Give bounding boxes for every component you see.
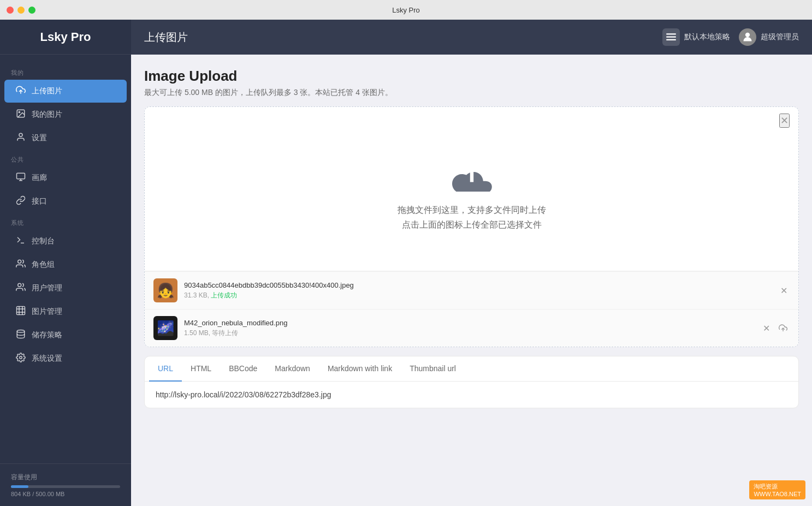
strategy-selector[interactable]: 默认本地策略	[662, 28, 730, 46]
svg-point-3	[19, 133, 22, 136]
section-label-my: 我的	[0, 63, 131, 79]
svg-point-16	[20, 356, 22, 359]
sidebar-item-settings[interactable]: 设置	[4, 127, 127, 150]
upload-card: ✕ 拖拽文件到这里，支持多文件同时上传 点击上面的图标上传全部已选择文件	[144, 106, 799, 347]
sidebar-item-console[interactable]: 控制台	[4, 230, 127, 253]
app-layout: Lsky Pro 我的 上传图片 我的图片 设置	[0, 20, 812, 506]
tab-url[interactable]: URL	[149, 356, 182, 382]
main-area: 上传图片 默认本地策略 超级管理员 Image Uplo	[131, 20, 812, 506]
section-label-system: 系统	[0, 213, 131, 229]
file-item-1-actions: ✕	[778, 283, 790, 298]
storage-section-label: 容量使用	[11, 473, 120, 482]
sidebar-item-storage-label: 储存策略	[32, 330, 62, 340]
file-size-1: 31.3 KB,	[184, 291, 211, 299]
svg-rect-4	[17, 173, 25, 179]
sidebar: Lsky Pro 我的 上传图片 我的图片 设置	[0, 20, 131, 506]
svg-point-9	[18, 283, 21, 287]
console-icon	[15, 235, 26, 247]
sidebar-footer: 容量使用 804 KB / 500.00 MB	[0, 463, 131, 506]
file-item: 👧 9034ab5cc0844ebdbb39dc0055bb3430!400x4…	[145, 271, 798, 309]
upload-close-button[interactable]: ✕	[779, 114, 790, 128]
cloud-upload-icon	[450, 157, 494, 192]
storage-text: 804 KB / 500.00 MB	[11, 491, 120, 497]
sidebar-item-api[interactable]: 接口	[4, 190, 127, 213]
system-settings-icon	[15, 353, 26, 365]
file-status-1: 上传成功	[211, 291, 237, 299]
file-name-1: 9034ab5cc0844ebdbb39dc0055bb3430!400x400…	[184, 281, 772, 289]
tab-bbcode[interactable]: BBCode	[220, 356, 266, 382]
file-thumb-2: 🌌	[153, 316, 177, 340]
roles-icon	[15, 259, 26, 271]
sidebar-item-storage[interactable]: 储存策略	[4, 324, 127, 347]
settings-user-icon	[15, 132, 26, 144]
image-mgmt-icon	[15, 306, 26, 318]
gallery-icon	[15, 172, 26, 184]
svg-point-2	[19, 111, 20, 112]
users-icon	[15, 282, 26, 294]
user-avatar	[739, 28, 756, 46]
storage-bar-background	[11, 485, 120, 488]
sidebar-item-users-label: 用户管理	[32, 283, 62, 293]
titlebar: Lsky Pro	[0, 0, 812, 20]
maximize-button[interactable]	[28, 7, 35, 14]
minimize-button[interactable]	[17, 7, 25, 14]
file-list: 👧 9034ab5cc0844ebdbb39dc0055bb3430!400x4…	[145, 271, 798, 347]
sidebar-item-image-mgmt[interactable]: 图片管理	[4, 300, 127, 323]
strategy-label: 默认本地策略	[684, 32, 730, 42]
sidebar-item-upload-label: 上传图片	[32, 86, 62, 96]
sidebar-item-api-label: 接口	[32, 197, 47, 206]
url-value[interactable]: http://lsky-pro.local/i/2022/03/08/62272…	[156, 390, 787, 399]
sidebar-item-gallery-label: 画廊	[32, 173, 47, 183]
storage-icon	[15, 329, 26, 341]
sidebar-item-upload[interactable]: 上传图片	[4, 80, 127, 103]
file-info-2: M42_orion_nebula_modified.png 1.50 MB, 等…	[184, 319, 754, 338]
upload-hint1: 拖拽文件到这里，支持多文件同时上传	[398, 203, 546, 217]
sidebar-item-system-settings-label: 系统设置	[32, 354, 62, 364]
storage-bar-fill	[11, 485, 28, 488]
watermark-line2: WWW.TAO8.NET	[754, 491, 801, 497]
url-tabs: URL HTML BBCode Markdown Markdown with l…	[145, 356, 798, 382]
file-item-2-actions: ✕	[761, 321, 790, 336]
url-card: URL HTML BBCode Markdown Markdown with l…	[144, 356, 799, 408]
tab-markdown[interactable]: Markdown	[266, 356, 319, 382]
file-meta-2: 1.50 MB, 等待上传	[184, 329, 754, 338]
header-actions: 默认本地策略 超级管理员	[662, 28, 799, 46]
titlebar-title: Lsky Pro	[392, 6, 420, 14]
file-item-2: 🌌 M42_orion_nebula_modified.png 1.50 MB,…	[145, 309, 798, 347]
tab-html[interactable]: HTML	[182, 356, 220, 382]
file-info-1: 9034ab5cc0844ebdbb39dc0055bb3430!400x400…	[184, 281, 772, 300]
url-content: http://lsky-pro.local/i/2022/03/08/62272…	[145, 382, 798, 408]
upload-dropzone[interactable]: 拖拽文件到这里，支持多文件同时上传 点击上面的图标上传全部已选择文件	[145, 107, 798, 271]
upload-hint2: 点击上面的图标上传全部已选择文件	[402, 217, 542, 232]
my-images-icon	[15, 109, 26, 121]
file-upload-button-2[interactable]	[777, 322, 790, 335]
sidebar-item-users[interactable]: 用户管理	[4, 277, 127, 300]
file-remove-button-1[interactable]: ✕	[778, 283, 790, 298]
app-header: 上传图片 默认本地策略 超级管理员	[131, 20, 812, 55]
user-menu[interactable]: 超级管理员	[739, 28, 799, 46]
section-label-public: 公共	[0, 150, 131, 166]
file-remove-button-2[interactable]: ✕	[761, 321, 772, 336]
sidebar-logo: Lsky Pro	[0, 20, 131, 55]
api-icon	[15, 195, 26, 207]
content-title: Image Upload	[144, 68, 799, 85]
file-thumb-1: 👧	[153, 278, 177, 302]
sidebar-item-gallery[interactable]: 画廊	[4, 166, 127, 189]
svg-point-20	[745, 33, 750, 37]
sidebar-item-console-label: 控制台	[32, 236, 55, 246]
watermark: 淘吧资源 WWW.TAO8.NET	[749, 480, 805, 499]
sidebar-item-roles[interactable]: 角色组	[4, 253, 127, 276]
sidebar-item-settings-label: 设置	[32, 133, 47, 143]
svg-rect-10	[17, 307, 25, 315]
main-content: Image Upload 最大可上传 5.00 MB 的图片，上传队列最多 3 …	[131, 55, 812, 506]
content-subtitle: 最大可上传 5.00 MB 的图片，上传队列最多 3 张。本站已托管 4 张图片…	[144, 88, 799, 98]
content-header: Image Upload 最大可上传 5.00 MB 的图片，上传队列最多 3 …	[144, 68, 799, 98]
sidebar-item-system-settings[interactable]: 系统设置	[4, 347, 127, 370]
close-button[interactable]	[7, 7, 14, 14]
watermark-line1: 淘吧资源	[754, 483, 801, 491]
tab-markdown-with-link[interactable]: Markdown with link	[319, 356, 401, 382]
tab-thumbnail-url[interactable]: Thumbnail url	[401, 356, 465, 382]
sidebar-item-my-images[interactable]: 我的图片	[4, 103, 127, 126]
user-label: 超级管理员	[761, 32, 799, 42]
upload-icon	[15, 85, 26, 97]
